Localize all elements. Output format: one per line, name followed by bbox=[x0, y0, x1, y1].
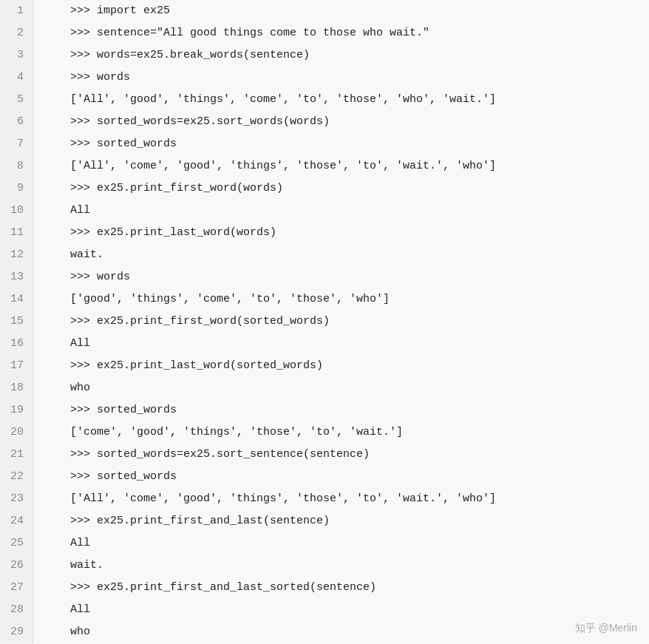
line-number: 16 bbox=[0, 333, 33, 355]
line-number: 12 bbox=[0, 244, 33, 266]
line-number: 8 bbox=[0, 155, 33, 177]
table-row: 3 >>> words=ex25.break_words(sentence) bbox=[0, 44, 649, 67]
table-row: 19 >>> sorted_words bbox=[0, 399, 649, 421]
line-content: >>> sorted_words bbox=[33, 399, 649, 421]
line-content: >>> ex25.print_first_word(sorted_words) bbox=[33, 311, 649, 333]
line-content: >>> ex25.print_last_word(words) bbox=[33, 222, 649, 244]
table-row: 28 All bbox=[0, 599, 649, 621]
line-number: 6 bbox=[0, 111, 33, 133]
table-row: 10 All bbox=[0, 200, 649, 222]
table-row: 16 All bbox=[0, 333, 649, 355]
line-content: >>> ex25.print_first_and_last_sorted(sen… bbox=[33, 577, 649, 599]
line-number: 20 bbox=[0, 421, 33, 444]
line-number: 9 bbox=[0, 177, 33, 200]
line-number: 28 bbox=[0, 599, 33, 621]
line-content: who bbox=[33, 621, 649, 643]
line-content: ['good', 'things', 'come', 'to', 'those'… bbox=[33, 288, 649, 311]
line-number: 25 bbox=[0, 532, 33, 555]
line-number: 5 bbox=[0, 89, 33, 111]
line-content: >>> ex25.print_last_word(sorted_words) bbox=[33, 355, 649, 377]
line-content: >>> words bbox=[33, 266, 649, 288]
line-number: 10 bbox=[0, 200, 33, 222]
code-container: 1 >>> import ex252 >>> sentence="All goo… bbox=[0, 0, 649, 644]
table-row: 1 >>> import ex25 bbox=[0, 0, 649, 22]
line-content: ['come', 'good', 'things', 'those', 'to'… bbox=[33, 421, 649, 444]
watermark: 知乎 @Merlin bbox=[575, 622, 637, 635]
line-content: >>> words=ex25.break_words(sentence) bbox=[33, 44, 649, 67]
line-number: 26 bbox=[0, 555, 33, 577]
line-content: >>> import ex25 bbox=[33, 0, 649, 22]
table-row: 9 >>> ex25.print_first_word(words) bbox=[0, 177, 649, 200]
line-number: 23 bbox=[0, 488, 33, 510]
table-row: 18 who bbox=[0, 377, 649, 399]
line-content: wait. bbox=[33, 244, 649, 266]
line-content: >>> sentence="All good things come to th… bbox=[33, 22, 649, 44]
table-row: 5 ['All', 'good', 'things', 'come', 'to'… bbox=[0, 89, 649, 111]
table-row: 13 >>> words bbox=[0, 266, 649, 288]
table-row: 25 All bbox=[0, 532, 649, 555]
line-number: 18 bbox=[0, 377, 33, 399]
line-number: 7 bbox=[0, 133, 33, 155]
line-content: >>> sorted_words bbox=[33, 466, 649, 488]
table-row: 8 ['All', 'come', 'good', 'things', 'tho… bbox=[0, 155, 649, 177]
line-number: 29 bbox=[0, 621, 33, 643]
line-number: 1 bbox=[0, 0, 33, 22]
table-row: 2 >>> sentence="All good things come to … bbox=[0, 22, 649, 44]
line-content: ['All', 'good', 'things', 'come', 'to', … bbox=[33, 89, 649, 111]
line-number: 17 bbox=[0, 355, 33, 377]
line-content: All bbox=[33, 200, 649, 222]
line-content: >>> ex25.print_first_word(words) bbox=[33, 177, 649, 200]
table-row: 20 ['come', 'good', 'things', 'those', '… bbox=[0, 421, 649, 444]
line-content: who bbox=[33, 377, 649, 399]
table-row: 22 >>> sorted_words bbox=[0, 466, 649, 488]
line-number: 27 bbox=[0, 577, 33, 599]
line-number: 3 bbox=[0, 44, 33, 67]
table-row: 29 who bbox=[0, 621, 649, 643]
table-row: 23 ['All', 'come', 'good', 'things', 'th… bbox=[0, 488, 649, 510]
line-number: 21 bbox=[0, 444, 33, 466]
table-row: 6 >>> sorted_words=ex25.sort_words(words… bbox=[0, 111, 649, 133]
table-row: 26 wait. bbox=[0, 555, 649, 577]
line-number: 22 bbox=[0, 466, 33, 488]
line-number: 11 bbox=[0, 222, 33, 244]
line-content: ['All', 'come', 'good', 'things', 'those… bbox=[33, 155, 649, 177]
line-content: All bbox=[33, 532, 649, 555]
line-number: 15 bbox=[0, 311, 33, 333]
line-number: 19 bbox=[0, 399, 33, 421]
table-row: 21 >>> sorted_words=ex25.sort_sentence(s… bbox=[0, 444, 649, 466]
table-row: 27 >>> ex25.print_first_and_last_sorted(… bbox=[0, 577, 649, 599]
table-row: 17 >>> ex25.print_last_word(sorted_words… bbox=[0, 355, 649, 377]
table-row: 4 >>> words bbox=[0, 67, 649, 89]
line-content: >>> sorted_words=ex25.sort_sentence(sent… bbox=[33, 444, 649, 466]
line-content: >>> sorted_words=ex25.sort_words(words) bbox=[33, 111, 649, 133]
line-content: All bbox=[33, 333, 649, 355]
line-number: 4 bbox=[0, 67, 33, 89]
table-row: 15 >>> ex25.print_first_word(sorted_word… bbox=[0, 311, 649, 333]
table-row: 12 wait. bbox=[0, 244, 649, 266]
table-row: 7 >>> sorted_words bbox=[0, 133, 649, 155]
line-content: All bbox=[33, 599, 649, 621]
line-content: wait. bbox=[33, 555, 649, 577]
line-number: 2 bbox=[0, 22, 33, 44]
line-number: 14 bbox=[0, 288, 33, 311]
line-number: 24 bbox=[0, 510, 33, 532]
table-row: 24 >>> ex25.print_first_and_last(sentenc… bbox=[0, 510, 649, 532]
line-content: >>> sorted_words bbox=[33, 133, 649, 155]
line-content: ['All', 'come', 'good', 'things', 'those… bbox=[33, 488, 649, 510]
table-row: 11 >>> ex25.print_last_word(words) bbox=[0, 222, 649, 244]
line-number: 13 bbox=[0, 266, 33, 288]
line-content: >>> words bbox=[33, 67, 649, 89]
line-content: >>> ex25.print_first_and_last(sentence) bbox=[33, 510, 649, 532]
table-row: 14 ['good', 'things', 'come', 'to', 'tho… bbox=[0, 288, 649, 311]
